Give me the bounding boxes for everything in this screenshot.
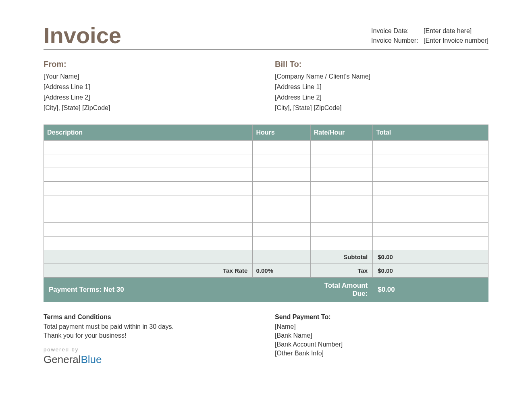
table-cell[interactable]	[373, 223, 488, 237]
table-row	[44, 195, 488, 209]
table-cell[interactable]	[373, 141, 488, 154]
table-row	[44, 223, 488, 237]
invoice-number-label: Invoice Number:	[371, 37, 424, 44]
table-cell[interactable]	[253, 168, 310, 182]
th-hours: Hours	[253, 125, 310, 141]
billto-section: Bill To: [Company Name / Client's Name] …	[275, 60, 488, 115]
table-cell[interactable]	[253, 223, 310, 237]
billto-line[interactable]: [City], [State] [ZipCode]	[275, 104, 488, 112]
summary-blank	[253, 250, 310, 264]
table-cell[interactable]	[44, 154, 253, 168]
payto-heading: Send Payment To:	[275, 313, 488, 321]
brand-blue: Blue	[81, 353, 102, 365]
taxrate-value[interactable]: 0.00%	[253, 264, 310, 278]
invoice-header: Invoice Invoice Date: [Enter date here] …	[44, 24, 488, 50]
table-cell[interactable]	[310, 168, 372, 182]
from-line[interactable]: [Address Line 1]	[44, 83, 257, 91]
from-line[interactable]: [Address Line 2]	[44, 94, 257, 101]
subtotal-value: $0.00	[373, 250, 488, 264]
total-due-value: $0.00	[373, 278, 488, 302]
table-cell[interactable]	[44, 223, 253, 237]
summary-blank	[44, 250, 253, 264]
invoice-title: Invoice	[44, 24, 121, 47]
powered-by-label: powered by	[44, 347, 257, 353]
brand-logo: GeneralBlue	[44, 353, 257, 366]
total-due-label: Total Amount Due:	[310, 278, 372, 302]
table-cell[interactable]	[373, 168, 488, 182]
table-row	[44, 182, 488, 195]
table-row	[44, 237, 488, 250]
subtotal-label: Subtotal	[310, 250, 372, 264]
payto-line[interactable]: [Bank Name]	[275, 332, 488, 339]
table-cell[interactable]	[310, 237, 372, 250]
table-cell[interactable]	[310, 154, 372, 168]
table-cell[interactable]	[310, 182, 372, 195]
table-cell[interactable]	[373, 182, 488, 195]
powered-by: powered by GeneralBlue	[44, 347, 257, 366]
from-heading: From:	[44, 60, 257, 69]
terms-line: Total payment must be paid within in 30 …	[44, 323, 257, 330]
billto-line[interactable]: [Address Line 2]	[275, 94, 488, 101]
table-cell[interactable]	[373, 237, 488, 250]
table-cell[interactable]	[44, 195, 253, 209]
table-cell[interactable]	[373, 195, 488, 209]
th-description: Description	[44, 125, 253, 141]
from-section: From: [Your Name] [Address Line 1] [Addr…	[44, 60, 257, 115]
payment-terms: Payment Terms: Net 30	[44, 278, 311, 302]
invoice-date-label: Invoice Date:	[371, 27, 424, 35]
from-line[interactable]: [Your Name]	[44, 73, 257, 80]
table-cell[interactable]	[310, 141, 372, 154]
table-cell[interactable]	[310, 209, 372, 223]
taxrate-label: Tax Rate	[44, 264, 253, 278]
table-row	[44, 209, 488, 223]
line-items-table: Description Hours Rate/Hour Total Subtot…	[44, 125, 488, 302]
tax-label: Tax	[310, 264, 372, 278]
table-row	[44, 141, 488, 154]
table-cell[interactable]	[44, 182, 253, 195]
table-cell[interactable]	[253, 237, 310, 250]
th-total: Total	[373, 125, 488, 141]
payto-line[interactable]: [Bank Account Number]	[275, 341, 488, 348]
billto-line[interactable]: [Address Line 1]	[275, 83, 488, 91]
table-cell[interactable]	[310, 195, 372, 209]
from-line[interactable]: [City], [State] [ZipCode]	[44, 104, 257, 112]
table-cell[interactable]	[253, 195, 310, 209]
brand-general: General	[44, 353, 81, 365]
table-cell[interactable]	[310, 223, 372, 237]
table-cell[interactable]	[373, 209, 488, 223]
table-row	[44, 154, 488, 168]
table-cell[interactable]	[44, 209, 253, 223]
payto-section: Send Payment To: [Name] [Bank Name] [Ban…	[275, 313, 488, 366]
table-cell[interactable]	[44, 141, 253, 154]
terms-heading: Terms and Conditions	[44, 313, 257, 321]
table-cell[interactable]	[253, 209, 310, 223]
terms-line: Thank you for your business!	[44, 332, 257, 339]
tax-value: $0.00	[373, 264, 488, 278]
table-cell[interactable]	[44, 168, 253, 182]
billto-heading: Bill To:	[275, 60, 488, 69]
invoice-meta: Invoice Date: [Enter date here] Invoice …	[371, 27, 488, 47]
table-cell[interactable]	[253, 182, 310, 195]
table-cell[interactable]	[253, 141, 310, 154]
payto-line[interactable]: [Name]	[275, 323, 488, 330]
invoice-number-value[interactable]: [Enter Invoice number]	[424, 37, 488, 44]
table-cell[interactable]	[44, 237, 253, 250]
invoice-date-value[interactable]: [Enter date here]	[424, 27, 472, 35]
th-rate: Rate/Hour	[310, 125, 372, 141]
payto-line[interactable]: [Other Bank Info]	[275, 350, 488, 357]
table-row	[44, 168, 488, 182]
terms-section: Terms and Conditions Total payment must …	[44, 313, 257, 366]
table-cell[interactable]	[373, 154, 488, 168]
billto-line[interactable]: [Company Name / Client's Name]	[275, 73, 488, 80]
table-cell[interactable]	[253, 154, 310, 168]
